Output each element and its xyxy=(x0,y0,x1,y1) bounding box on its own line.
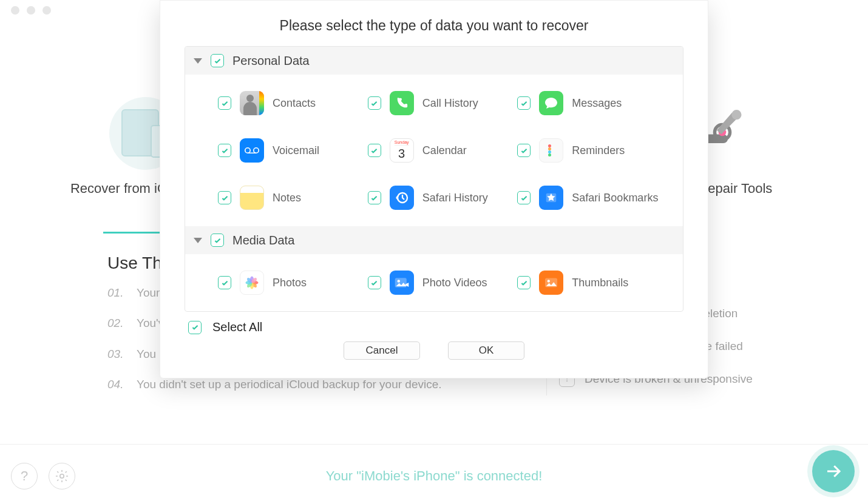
select-data-type-dialog: Please select the type of data you want … xyxy=(160,0,708,378)
minimize-dot[interactable] xyxy=(27,6,35,15)
photo-videos-icon xyxy=(390,271,414,295)
media-items-grid: Photos Photo Videos Thumbnails xyxy=(185,254,683,311)
bottom-bar: ? Your "iMobie's iPhone" is connected! xyxy=(0,457,868,495)
checkbox-select-all[interactable] xyxy=(188,321,202,334)
thumbnails-icon xyxy=(539,271,563,295)
messages-icon xyxy=(539,91,563,115)
category-label: Media Data xyxy=(232,234,294,247)
dialog-button-row: Cancel OK xyxy=(160,334,708,373)
svg-point-20 xyxy=(548,280,550,282)
history-icon xyxy=(390,186,414,210)
phone-icon xyxy=(390,91,414,115)
calendar-icon: Sunday 3 xyxy=(390,138,414,163)
category-label: Personal Data xyxy=(232,54,310,68)
close-dot[interactable] xyxy=(11,6,19,15)
proceed-button[interactable] xyxy=(812,450,855,493)
item-safari-bookmarks[interactable]: Safari Bookmarks xyxy=(517,174,667,221)
item-messages[interactable]: Messages xyxy=(517,79,667,127)
checkbox[interactable] xyxy=(368,96,381,110)
voicemail-icon xyxy=(240,138,264,163)
svg-point-5 xyxy=(245,148,250,153)
zoom-dot[interactable] xyxy=(42,6,51,15)
select-all-row[interactable]: Select All xyxy=(160,312,708,334)
item-safari-history[interactable]: Safari History xyxy=(368,174,518,221)
item-photo-videos[interactable]: Photo Videos xyxy=(368,259,518,306)
svg-point-4 xyxy=(60,474,64,478)
category-header-media[interactable]: Media Data xyxy=(185,226,683,254)
svg-point-3 xyxy=(731,110,741,119)
select-all-label: Select All xyxy=(212,320,262,334)
item-contacts[interactable]: Contacts xyxy=(218,79,368,127)
checkbox[interactable] xyxy=(368,191,381,204)
item-thumbnails[interactable]: Thumbnails xyxy=(517,259,667,306)
dialog-title: Please select the type of data you want … xyxy=(160,1,708,46)
arrow-right-icon xyxy=(824,462,843,480)
contacts-icon xyxy=(240,91,264,115)
checkbox[interactable] xyxy=(517,144,531,157)
item-calendar[interactable]: Sunday 3 Calendar xyxy=(368,127,518,174)
item-reminders[interactable]: Reminders xyxy=(517,127,667,174)
chevron-down-icon[interactable] xyxy=(194,238,202,243)
gear-icon xyxy=(55,469,69,483)
checkbox[interactable] xyxy=(218,191,231,204)
reminders-icon xyxy=(539,138,563,163)
notes-icon xyxy=(240,186,264,210)
ok-button[interactable]: OK xyxy=(448,341,524,360)
category-header-personal[interactable]: Personal Data xyxy=(185,47,683,75)
item-call-history[interactable]: Call History xyxy=(368,79,518,127)
svg-point-6 xyxy=(254,148,259,153)
item-voicemail[interactable]: Voicemail xyxy=(218,127,368,174)
cancel-button[interactable]: Cancel xyxy=(344,341,420,360)
checkbox[interactable] xyxy=(517,96,531,110)
help-button[interactable]: ? xyxy=(11,463,38,489)
photos-icon xyxy=(240,271,264,295)
checkbox-personal-all[interactable] xyxy=(211,54,224,67)
window-traffic-lights xyxy=(11,6,51,15)
checkbox-media-all[interactable] xyxy=(211,234,224,247)
device-connected-status: Your "iMobie's iPhone" is connected! xyxy=(326,468,543,484)
svg-point-18 xyxy=(397,280,400,283)
checkbox[interactable] xyxy=(368,144,381,157)
category-box: Personal Data Contacts Call History xyxy=(185,46,683,312)
item-notes[interactable]: Notes xyxy=(218,174,368,221)
chevron-down-icon[interactable] xyxy=(194,58,202,64)
checkbox[interactable] xyxy=(368,276,381,289)
checkbox[interactable] xyxy=(517,191,531,204)
checkbox[interactable] xyxy=(218,276,231,289)
bottom-divider xyxy=(0,444,868,445)
checkbox[interactable] xyxy=(517,276,531,289)
personal-items-grid: Contacts Call History Messages xyxy=(185,75,683,226)
checkbox[interactable] xyxy=(218,144,231,157)
checkbox[interactable] xyxy=(218,96,231,110)
settings-button[interactable] xyxy=(49,463,75,489)
item-photos[interactable]: Photos xyxy=(218,259,368,306)
bookmarks-icon xyxy=(539,186,563,210)
